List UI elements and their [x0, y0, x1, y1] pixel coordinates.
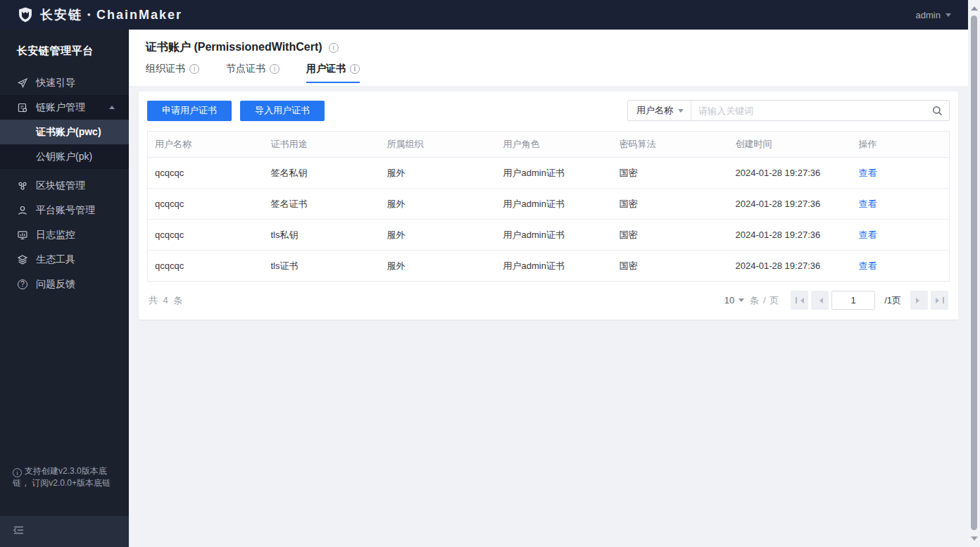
toolbar: 申请用户证书 导入用户证书 用户名称 [147, 100, 950, 121]
triangle-left-icon [798, 298, 804, 303]
info-icon: i [13, 468, 22, 477]
col-org: 所属组织 [380, 132, 496, 158]
chevron-up-icon [109, 103, 115, 109]
cell-algorithm: 国密 [612, 251, 729, 282]
page-size-select[interactable]: 10 [724, 295, 744, 306]
page-header: 证书账户 (PermissionedWithCert) i 组织证书 i 节点证… [129, 30, 968, 86]
col-user-name: 用户名称 [148, 132, 264, 158]
cell-created: 2024-01-28 19:27:36 [729, 189, 852, 220]
cell-cert-usage: tls私钥 [264, 220, 380, 251]
next-page-button[interactable] [910, 291, 928, 310]
scrollbar-thumb[interactable] [971, 15, 977, 530]
search-bar: 用户名称 [627, 100, 950, 121]
page-title: 证书账户 (PermissionedWithCert) [146, 40, 322, 55]
apply-user-cert-button[interactable]: 申请用户证书 [147, 101, 232, 121]
tab-label: 组织证书 [146, 63, 185, 75]
scroll-up-arrow[interactable] [968, 1, 980, 13]
cell-org: 服外 [380, 220, 496, 251]
sidebar-item-quick-guide[interactable]: 快速引导 [0, 70, 129, 95]
sidebar-subitem-label: 证书账户(pwc) [36, 126, 101, 139]
import-user-cert-button[interactable]: 导入用户证书 [240, 101, 325, 121]
col-role: 用户角色 [496, 132, 612, 158]
sidebar-item-cert-account-pwc[interactable]: 证书账户(pwc) [0, 120, 129, 144]
cell-algorithm: 国密 [612, 220, 729, 251]
sidebar-item-platform-account-mgmt[interactable]: 平台账号管理 [0, 198, 129, 222]
sidebar: 长安链管理平台 快速引导 [0, 30, 129, 547]
app-window: 长安链・ChainMaker admin 长安链管理平台 快速引导 [0, 0, 980, 547]
question-icon: ? [17, 279, 28, 290]
tab-bar: 组织证书 i 节点证书 i 用户证书 i [146, 63, 968, 83]
content-card: 申请用户证书 导入用户证书 用户名称 [139, 92, 958, 320]
view-link[interactable]: 查看 [859, 168, 877, 178]
cell-created: 2024-01-28 19:27:36 [729, 220, 852, 251]
triangle-down-icon [971, 536, 978, 544]
search-field-select[interactable]: 用户名称 [628, 101, 691, 120]
window-scrollbar[interactable] [968, 0, 980, 547]
page-number-input[interactable] [831, 291, 875, 310]
tab-label: 节点证书 [226, 63, 265, 75]
sidebar-item-blockchain-mgmt[interactable]: 区块链管理 [0, 173, 129, 198]
cell-algorithm: 国密 [612, 189, 729, 220]
main-content: 证书账户 (PermissionedWithCert) i 组织证书 i 节点证… [129, 30, 968, 547]
user-menu[interactable]: admin [916, 10, 951, 20]
cell-cert-usage: 签名私钥 [264, 158, 380, 189]
prev-page-button[interactable] [811, 291, 829, 310]
sidebar-item-log-monitor[interactable]: 日志监控 [0, 222, 129, 247]
sidebar-subitem-label: 公钥账户(pk) [36, 151, 92, 163]
cell-org: 服外 [380, 189, 496, 220]
cell-role: 用户admin证书 [496, 158, 612, 189]
sidebar-item-label: 区块链管理 [36, 180, 85, 192]
search-icon [931, 105, 943, 117]
col-created: 创建时间 [729, 132, 852, 158]
col-algorithm: 密码算法 [612, 132, 729, 158]
last-page-icon [943, 297, 944, 303]
cell-org: 服外 [380, 158, 496, 189]
table-row: qcqcqc tls私钥 服外 用户admin证书 国密 2024-01-28 … [148, 220, 950, 251]
table-row: qcqcqc tls证书 服外 用户admin证书 国密 2024-01-28 … [148, 251, 950, 282]
tab-org-cert[interactable]: 组织证书 i [146, 63, 199, 83]
view-link[interactable]: 查看 [859, 260, 877, 271]
version-note: i支持创建v2.3.0版本底链， 订阅v2.0.0+版本底链 [0, 465, 129, 490]
col-cert-usage: 证书用途 [264, 132, 380, 158]
page-body: 申请用户证书 导入用户证书 用户名称 [129, 86, 968, 547]
total-pages-text: /1页 [878, 291, 907, 310]
tab-user-cert[interactable]: 用户证书 i [306, 63, 360, 83]
sidebar-item-eco-tools[interactable]: 生态工具 [0, 247, 129, 272]
brand: 长安链・ChainMaker [17, 6, 182, 23]
triangle-right-icon [936, 298, 942, 303]
sidebar-item-pubkey-account-pk[interactable]: 公钥账户(pk) [0, 144, 129, 169]
info-icon[interactable]: i [329, 43, 339, 53]
sidebar-item-label: 问题反馈 [36, 278, 75, 291]
search-input[interactable] [691, 106, 925, 116]
search-button[interactable] [925, 101, 949, 120]
cell-cert-usage: tls证书 [264, 251, 380, 282]
topbar: 长安链・ChainMaker admin [0, 0, 968, 30]
tab-node-cert[interactable]: 节点证书 i [226, 63, 279, 83]
brand-text: 长安链・ChainMaker [40, 6, 182, 23]
cell-algorithm: 国密 [612, 158, 729, 189]
view-link[interactable]: 查看 [859, 199, 877, 209]
sidebar-group-chain-accounts: 链账户管理 证书账户(pwc) 公钥账户(pk) [0, 95, 129, 169]
sidebar-item-chain-account-mgmt[interactable]: 链账户管理 [0, 95, 129, 120]
cell-role: 用户admin证书 [496, 251, 612, 282]
table-row: qcqcqc 签名证书 服外 用户admin证书 国密 2024-01-28 1… [148, 189, 950, 220]
sidebar-item-label: 日志监控 [36, 229, 75, 241]
sidebar-item-feedback[interactable]: ? 问题反馈 [0, 272, 129, 296]
triangle-left-icon [817, 298, 823, 303]
info-icon: i [350, 64, 360, 74]
cell-created: 2024-01-28 19:27:36 [729, 158, 852, 189]
pagination: 共 4 条 10 条 / 页 [147, 291, 950, 310]
user-cert-table: 用户名称 证书用途 所属组织 用户角色 密码算法 创建时间 操作 [147, 131, 950, 282]
chevron-down-icon [946, 13, 951, 20]
cell-role: 用户admin证书 [496, 189, 612, 220]
chain-account-icon [17, 102, 28, 113]
cell-created: 2024-01-28 19:27:36 [729, 251, 852, 282]
scroll-down-arrow[interactable] [968, 534, 980, 546]
sidebar-item-label: 快速引导 [36, 77, 75, 89]
user-icon [17, 205, 28, 216]
table-row: qcqcqc 签名私钥 服外 用户admin证书 国密 2024-01-28 1… [148, 158, 950, 189]
view-link[interactable]: 查看 [859, 230, 877, 240]
last-page-button[interactable] [931, 291, 948, 310]
first-page-button[interactable] [791, 291, 808, 310]
collapse-sidebar-icon[interactable] [13, 524, 25, 539]
